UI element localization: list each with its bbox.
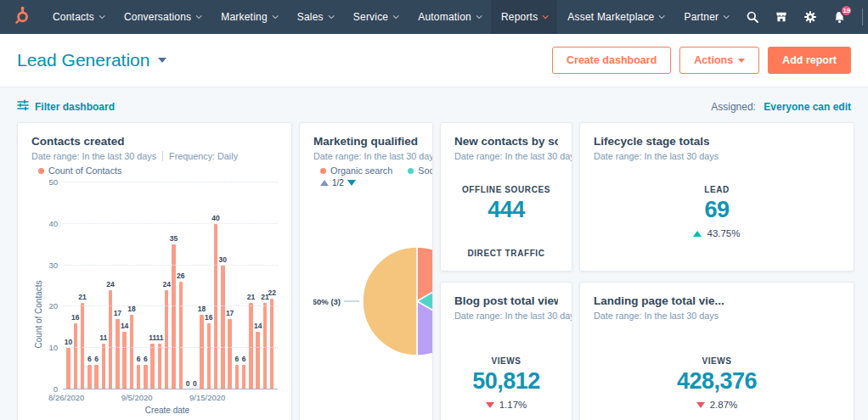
bar-item[interactable]: 11 [150,182,155,389]
chevron-down-icon [393,13,399,19]
bar-item[interactable]: 18 [129,182,133,389]
hubspot-logo[interactable] [0,0,42,34]
legend-page-down-icon[interactable] [347,180,356,186]
bar-item[interactable]: 22 [270,182,274,389]
add-report-button[interactable]: Add report [768,47,851,74]
assigned-value-link[interactable]: Everyone can edit [764,101,851,113]
legend-item-count-of-contacts[interactable]: Count of Contacts [38,165,121,176]
nav-item-reports[interactable]: Reports [491,0,557,34]
metric-delta: 1.17% [454,400,558,410]
marketplace-icon[interactable] [767,0,796,34]
metric-label: OFFLINE SOURCES [454,185,558,194]
settings-gear-icon[interactable] [796,0,825,34]
bar-item[interactable]: 0 [193,182,197,389]
bar-item[interactable]: 11 [101,182,105,389]
actions-button[interactable]: Actions [679,47,759,74]
legend-page-up-icon[interactable] [320,180,329,186]
bar [249,303,253,389]
nav-item-contacts[interactable]: Contacts [42,0,114,34]
create-dashboard-button[interactable]: Create dashboard [552,47,671,74]
bar-item[interactable]: 16 [73,182,77,389]
bar-item[interactable]: 30 [221,182,225,389]
bar-item[interactable]: 35 [172,182,176,389]
bar-item[interactable]: 17 [116,182,120,389]
filter-row: Filter dashboard Assigned: Everyone can … [0,87,868,122]
legend-dot [320,168,326,174]
bar-item[interactable]: 6 [234,182,239,389]
bar [144,365,148,389]
bar-item[interactable]: 16 [206,182,211,389]
legend-dot [408,168,414,174]
bar-item[interactable]: 14 [122,182,127,389]
bar-value-label: 10 [65,339,72,346]
y-axis-title: Count of Contacts [31,182,42,389]
bar-item[interactable]: 10 [66,182,70,389]
nav-item-automation[interactable]: Automation [408,0,491,34]
nav-item-label: Automation [418,11,471,23]
filter-dashboard-link[interactable]: Filter dashboard [17,99,115,114]
bar-item[interactable]: 6 [144,182,148,389]
card-blog-post-total-views: Blog post total views a... Date range: I… [440,282,572,420]
date-range-label: Date range: In the last 30 days [594,311,840,321]
bar-item[interactable]: 14 [256,182,260,389]
bar-item[interactable]: 11 [157,182,161,389]
bar [242,365,246,389]
gridline [63,182,278,182]
bar-item[interactable]: 6 [137,182,141,389]
card-title[interactable]: New contacts by source [454,134,558,148]
legend-item-social-media[interactable]: Social media [408,165,433,176]
bar-item[interactable]: 6 [94,182,99,389]
nav-item-label: Conversations [124,11,191,23]
card-title[interactable]: Marketing qualified leads by original so… [313,134,419,148]
bar-value-label: 26 [177,272,184,280]
bar [94,365,99,389]
bar [207,323,211,389]
search-icon[interactable] [738,0,767,34]
nav-item-sales[interactable]: Sales [287,0,343,34]
date-range-label: Date range: In the last 30 days [454,311,558,321]
bar-item[interactable]: 21 [249,182,253,389]
bar-item[interactable]: 21 [81,182,85,389]
notifications-bell-icon[interactable]: 19 [825,0,854,34]
chevron-down-icon [476,13,482,19]
pie-slice-direct-traffic[interactable] [417,301,433,356]
page-title[interactable]: Lead Generation [17,50,149,70]
bar-item[interactable]: 6 [87,182,92,389]
bar-item[interactable]: 21 [262,182,267,389]
metric-block: OFFLINE SOURCES 444 [454,185,558,223]
bar-item[interactable]: 24 [109,182,113,389]
bar [235,365,240,389]
card-title[interactable]: Blog post total views a... [454,294,558,308]
nav-item-asset-marketplace[interactable]: Asset Marketplace [557,0,674,34]
legend-item-organic-search[interactable]: Organic search [320,165,392,176]
delta-up-icon [693,231,702,237]
card-title[interactable]: Lifecycle stage totals [594,134,840,148]
bar-item[interactable]: 17 [228,182,232,389]
dashboard-selector-caret-icon[interactable] [158,58,166,63]
bar-value-label: 21 [247,294,255,301]
bar-value-label: 16 [205,314,212,322]
bar-item[interactable]: 40 [214,182,218,389]
nav-item-label: Sales [297,11,324,23]
delta-value: 43.75% [707,228,740,238]
nav-item-partner[interactable]: Partner [674,0,738,34]
bar-item[interactable]: 24 [165,182,169,389]
nav-item-conversations[interactable]: Conversations [114,0,211,34]
nav-item-label: Asset Marketplace [567,11,654,23]
nav-item-service[interactable]: Service [343,0,408,34]
bar-item[interactable]: 18 [200,182,204,389]
x-axis-tick-label: 9/5/2020 [121,393,153,402]
pie-slice-other[interactable] [363,247,417,356]
bar-item[interactable]: 6 [242,182,246,389]
x-axis-ticks: 8/26/20209/5/20209/15/2020 [63,389,274,402]
metric-block: VIEWS 50,812 1.17% [454,356,558,410]
card-title[interactable]: Landing page total vie... [594,294,840,308]
nav-item-marketing[interactable]: Marketing [211,0,287,34]
gridline [63,347,278,348]
delta-value: 2.87% [710,400,738,410]
card-new-contacts-by-source: New contacts by source Date range: In th… [440,122,572,272]
card-title[interactable]: Contacts created [31,134,278,148]
bar-item[interactable]: 26 [178,182,183,389]
frequency-label: Frequency: Daily [169,151,238,161]
bar-item[interactable]: 0 [186,182,190,389]
